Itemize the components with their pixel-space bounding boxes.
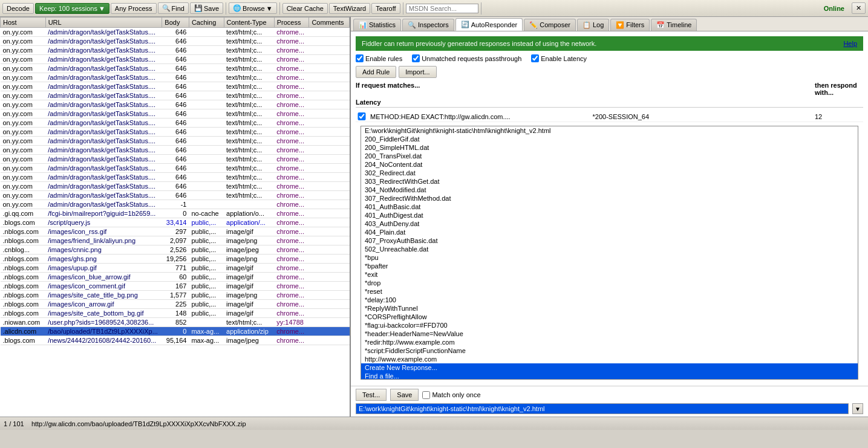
dropdown-item[interactable]: *delay:100 xyxy=(361,296,858,304)
dropdown-item[interactable]: 200_FiddlerGif.dat xyxy=(361,135,858,143)
col-url[interactable]: URL xyxy=(45,18,162,28)
unmatched-passthrough-input[interactable] xyxy=(412,54,420,62)
import-button[interactable]: Import... xyxy=(399,66,436,78)
dropdown-item[interactable]: 401_AuthDigest.dat xyxy=(361,211,858,219)
table-row[interactable]: on.yy.com/admin/dragon/task/getTaskStatu… xyxy=(1,200,350,209)
session-table[interactable]: Host URL Body Caching Content-Type Proce… xyxy=(0,17,350,417)
tab-inspectors[interactable]: 🔍 Inspectors xyxy=(402,19,454,31)
dropdown-item[interactable]: Find a file... xyxy=(361,372,858,380)
table-row[interactable]: .nblogs.com/images/friend_link/aliyun.pn… xyxy=(1,236,350,245)
dropdown-item[interactable]: 307_RedirectWithMethod.dat xyxy=(361,194,858,203)
bottom-path-input[interactable] xyxy=(356,403,849,414)
tab-log[interactable]: 📋 Log xyxy=(577,19,609,31)
tab-statistics[interactable]: 📊 Statistics xyxy=(353,19,401,31)
table-row[interactable]: on.yy.com/admin/dragon/task/getTaskStatu… xyxy=(1,55,350,64)
dropdown-item[interactable]: *script:FiddlerScriptFunctionName xyxy=(361,346,858,355)
table-row[interactable]: on.yy.com/admin/dragon/task/getTaskStatu… xyxy=(1,182,350,191)
table-row[interactable]: .blogs.com/news/24442/201608/24442-20160… xyxy=(1,336,350,345)
table-row[interactable]: .blogs.com/script/query.js33,414public,.… xyxy=(1,218,350,227)
tab-timeline[interactable]: 📅 Timeline xyxy=(651,19,697,31)
dropdown-item[interactable]: 407_ProxyAuthBasic.dat xyxy=(361,236,858,245)
find-button[interactable]: 🔍 Find xyxy=(158,2,189,14)
table-row[interactable]: on.yy.com/admin/dragon/task/getTaskStatu… xyxy=(1,173,350,182)
clear-cache-button[interactable]: Clear Cache xyxy=(282,3,328,14)
table-row[interactable]: on.yy.com/admin/dragon/task/getTaskStatu… xyxy=(1,64,350,73)
table-row[interactable]: on.yy.com/admin/dragon/task/getTaskStatu… xyxy=(1,118,350,128)
dropdown-item[interactable]: 502_Unreachable.dat xyxy=(361,245,858,253)
browse-button[interactable]: 🌐 Browse ▼ xyxy=(229,2,277,14)
msdn-search-input[interactable] xyxy=(406,4,478,13)
table-row[interactable]: on.yy.com/admin/dragon/task/getTaskStatu… xyxy=(1,91,350,100)
table-row[interactable]: .nblogs.com/images/icon_blue_arrow.gif60… xyxy=(1,273,350,282)
dropdown-item[interactable]: 302_Redirect.dat xyxy=(361,169,858,177)
table-row[interactable]: .nblogs.com/images/icon_rss.gif297public… xyxy=(1,227,350,236)
test-button[interactable]: Test... xyxy=(356,389,387,401)
dropdown-item[interactable]: http://www.example.com xyxy=(361,355,858,363)
table-row[interactable]: on.yy.com/admin/dragon/task/getTaskStatu… xyxy=(1,37,350,46)
table-row[interactable]: on.yy.com/admin/dragon/task/getTaskStatu… xyxy=(1,155,350,164)
table-row[interactable]: .nblogs.com/images/upup.gif771public,...… xyxy=(1,264,350,273)
decode-button[interactable]: Decode xyxy=(2,3,34,14)
dropdown-item[interactable]: *flag:ui-backcolor=#FFD700 xyxy=(361,321,858,330)
table-row[interactable]: on.yy.com/admin/dragon/task/getTaskStatu… xyxy=(1,164,350,173)
save-rule-button[interactable]: Save xyxy=(390,389,419,401)
col-caching[interactable]: Caching xyxy=(189,18,224,28)
table-row[interactable]: .alicdn.com/bao/uploaded/TB1dZt9LpXXXXiX… xyxy=(1,327,350,336)
dropdown-item[interactable]: 200_SimpleHTML.dat xyxy=(361,143,858,152)
enable-rules-checkbox[interactable]: Enable rules xyxy=(356,54,402,62)
enable-rules-input[interactable] xyxy=(356,54,364,62)
table-row[interactable]: .nblogs.com/images/ghs.png19,256public,.… xyxy=(1,255,350,264)
add-rule-button[interactable]: Add Rule xyxy=(356,66,396,78)
dropdown-item[interactable]: 403_AuthDeny.dat xyxy=(361,219,858,228)
dropdown-item[interactable]: 204_NoContent.dat xyxy=(361,160,858,169)
table-row[interactable]: .nblogs.com/images/icon_arrow.gif225publ… xyxy=(1,300,350,309)
dropdown-item[interactable]: 200_TransPixel.dat xyxy=(361,152,858,160)
enable-latency-input[interactable] xyxy=(531,54,539,62)
dropdown-item[interactable]: E:\work\knightGit\knight\knight-static\h… xyxy=(361,126,858,135)
tab-composer[interactable]: ✏️ Composer xyxy=(524,19,576,31)
close-button[interactable]: ✕ xyxy=(852,2,866,14)
enable-latency-checkbox[interactable]: Enable Latency xyxy=(531,54,587,62)
dropdown-item[interactable]: *CORSPreflightAllow xyxy=(361,313,858,321)
table-row[interactable]: on.yy.com/admin/dragon/task/getTaskStatu… xyxy=(1,28,350,37)
col-body[interactable]: Body xyxy=(162,18,189,28)
table-row[interactable]: on.yy.com/admin/dragon/task/getTaskStatu… xyxy=(1,82,350,91)
table-row[interactable]: on.yy.com/admin/dragon/task/getTaskStatu… xyxy=(1,146,350,155)
dropdown-item[interactable]: Create New Response... xyxy=(361,363,858,372)
tab-autoresponder[interactable]: 🔄 AutoResponder xyxy=(455,18,523,31)
dropdown-item[interactable]: 404_Plain.dat xyxy=(361,228,858,236)
dropdown-item[interactable]: *drop xyxy=(361,279,858,287)
table-row[interactable]: .nblogs.com/images/icon_comment.gif167pu… xyxy=(1,282,350,291)
unmatched-passthrough-checkbox[interactable]: Unmatched requests passthrough xyxy=(412,54,521,62)
dropdown-item[interactable]: *ReplyWithTunnel xyxy=(361,304,858,313)
keep-sessions-button[interactable]: Keep: 100 sessions ▼ xyxy=(35,3,109,14)
dropdown-item[interactable]: *bpu xyxy=(361,253,858,262)
help-link[interactable]: Help xyxy=(843,40,857,47)
col-comments[interactable]: Comments xyxy=(309,18,350,28)
table-row[interactable]: .niowan.com/user.php?sids=19689524,30823… xyxy=(1,318,350,327)
tearoff-button[interactable]: Tearoff xyxy=(371,3,400,14)
save-toolbar-button[interactable]: 💾 Save xyxy=(190,2,223,14)
table-row[interactable]: on.yy.com/admin/dragon/task/getTaskStatu… xyxy=(1,46,350,55)
dropdown-item[interactable]: *header:HeaderName=NewValue xyxy=(361,330,858,338)
table-row[interactable]: .nblogs.com/images/site_cate_bottom_bg.g… xyxy=(1,309,350,318)
dropdown-item[interactable]: 304_NotModified.dat xyxy=(361,186,858,194)
path-dropdown-button[interactable]: ▼ xyxy=(852,403,863,414)
table-row[interactable]: on.yy.com/admin/dragon/task/getTaskStatu… xyxy=(1,100,350,109)
dropdown-item[interactable]: 303_RedirectWithGet.dat xyxy=(361,177,858,186)
table-row[interactable]: .nblogs.com/images/site_cate_title_bg.pn… xyxy=(1,291,350,300)
table-row[interactable]: .gi.qq.com/fcgi-bin/mailreport?giguid=1b… xyxy=(1,209,350,218)
col-content-type[interactable]: Content-Type xyxy=(224,18,274,28)
col-host[interactable]: Host xyxy=(1,18,46,28)
tab-filters[interactable]: 🔽 Filters xyxy=(610,19,650,31)
dropdown-item[interactable]: 401_AuthBasic.dat xyxy=(361,203,858,211)
dropdown-item[interactable]: *exit xyxy=(361,270,858,279)
dropdown-item[interactable]: *redir:http://www.example.com xyxy=(361,338,858,346)
table-row[interactable]: on.yy.com/admin/dragon/task/getTaskStatu… xyxy=(1,137,350,146)
table-row[interactable]: on.yy.com/admin/dragon/task/getTaskStatu… xyxy=(1,128,350,137)
dropdown-panel[interactable]: E:\work\knightGit\knight\knight-static\h… xyxy=(361,126,858,380)
textwizard-button[interactable]: TextWizard xyxy=(329,3,370,14)
any-process-button[interactable]: Any Process xyxy=(111,3,157,14)
dropdown-item[interactable]: *bpafter xyxy=(361,262,858,270)
rule-checkbox[interactable] xyxy=(356,112,368,120)
